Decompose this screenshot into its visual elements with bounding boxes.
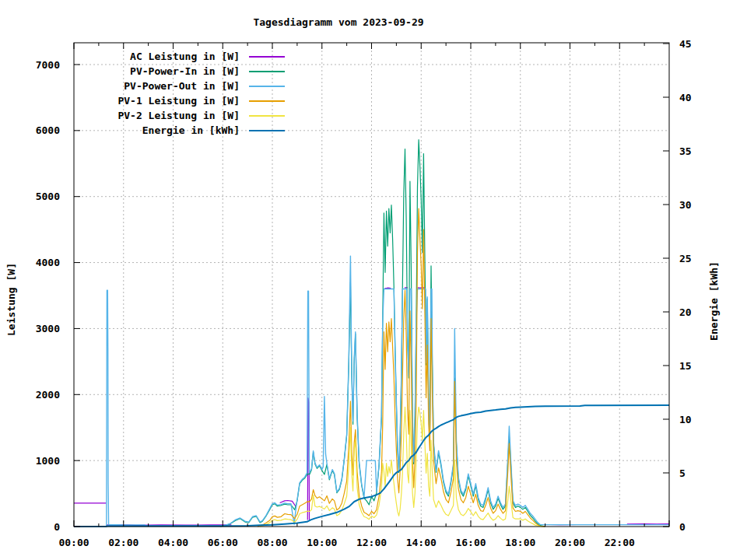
x-tick-label: 12:00	[356, 537, 387, 548]
x-tick-label: 10:00	[307, 537, 337, 548]
y2-tick-label: 40	[679, 92, 692, 103]
x-tick-label: 06:00	[208, 537, 238, 548]
legend-item: PV-Power-In in [W]	[87, 64, 285, 79]
legend-label: PV-Power-In in [W]	[87, 65, 240, 77]
chart-canvas: Tagesdiagramm vom 2023-09-29 Leistung [W…	[0, 0, 747, 560]
legend-line-sample	[249, 71, 285, 72]
series-energie	[74, 405, 669, 527]
y-tick-label: 0	[54, 521, 60, 533]
y-tick-label: 5000	[36, 191, 60, 202]
y2-tick-label: 35	[679, 145, 692, 157]
y-tick-label: 4000	[36, 257, 60, 268]
legend-label: Energie in [kWh]	[87, 124, 240, 136]
legend: AC Leistung in [W]PV-Power-In in [W]PV-P…	[87, 49, 285, 138]
y-tick-label: 3000	[36, 323, 60, 334]
legend-label: PV-Power-Out in [W]	[87, 80, 240, 92]
x-tick-label: 22:00	[605, 537, 635, 548]
y2-tick-label: 15	[679, 360, 692, 372]
y-tick-label: 2000	[36, 389, 60, 401]
y2-tick-label: 25	[679, 253, 692, 264]
x-tick-label: 14:00	[406, 537, 437, 548]
legend-line-sample	[249, 100, 285, 102]
legend-item: AC Leistung in [W]	[87, 49, 285, 64]
legend-label: PV-2 Leistung in [W]	[87, 110, 240, 121]
legend-item: PV-Power-Out in [W]	[87, 79, 285, 93]
y-tick-label: 7000	[36, 59, 60, 71]
legend-line-sample	[249, 130, 285, 131]
x-tick-label: 16:00	[455, 537, 486, 548]
legend-line-sample	[249, 86, 285, 87]
x-tick-label: 18:00	[505, 537, 535, 548]
legend-label: AC Leistung in [W]	[87, 51, 240, 62]
x-tick-label: 04:00	[158, 537, 188, 548]
y2-tick-label: 45	[679, 38, 692, 50]
x-tick-label: 02:00	[108, 537, 139, 548]
y-tick-label: 6000	[36, 124, 60, 136]
x-tick-label: 20:00	[555, 537, 585, 548]
y-tick-label: 1000	[36, 455, 60, 467]
y2-tick-label: 0	[679, 521, 686, 533]
y2-tick-label: 5	[679, 467, 686, 479]
legend-item: PV-2 Leistung in [W]	[87, 108, 285, 123]
legend-line-sample	[249, 56, 285, 58]
y2-tick-label: 30	[679, 199, 692, 211]
x-tick-label: 08:00	[257, 537, 287, 548]
x-tick-label: 00:00	[58, 537, 89, 548]
legend-label: PV-1 Leistung in [W]	[87, 95, 240, 107]
legend-item: Energie in [kWh]	[87, 123, 285, 138]
y2-tick-label: 10	[679, 414, 692, 425]
legend-line-sample	[249, 115, 285, 117]
y2-tick-label: 20	[679, 306, 692, 318]
legend-item: PV-1 Leistung in [W]	[87, 93, 285, 108]
